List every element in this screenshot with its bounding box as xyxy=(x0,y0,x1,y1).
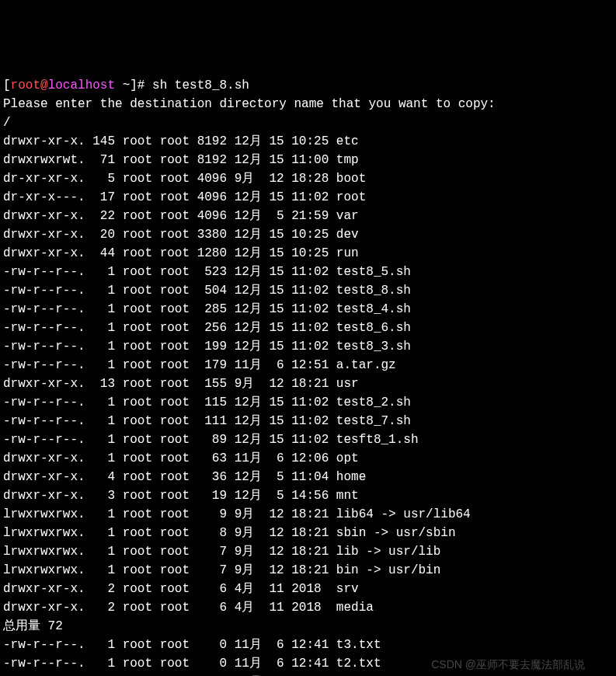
table-row: -rw-r--r--. 1 root root 179 11月 6 12:51 … xyxy=(3,356,613,375)
table-row: drwxr-xr-x. 44 root root 1280 12月 15 10:… xyxy=(3,244,613,263)
prompt-bracket-open: [ xyxy=(3,78,11,92)
table-row: drwxr-xr-x. 22 root root 4096 12月 5 21:5… xyxy=(3,207,613,225)
table-row: -rw-r--r--. 1 root root 0 11月 6 12:41 t3… xyxy=(3,636,613,654)
watermark: CSDN @巫师不要去魔法部乱说 xyxy=(431,657,585,673)
table-row: -rw-r--r--. 1 root root 523 12月 15 11:02… xyxy=(3,263,613,281)
table-row: -rw-r--r--. 1 root root 89 12月 15 11:02 … xyxy=(3,430,613,449)
table-row: lrwxrwxrwx. 1 root root 7 9月 12 18:21 bi… xyxy=(3,561,613,580)
table-row: drwxr-xr-x. 13 root root 155 9月 12 18:21… xyxy=(3,375,613,393)
table-row: -rw-r--r--. 1 root root 256 12月 15 11:02… xyxy=(3,319,613,337)
script-input: / xyxy=(3,113,613,132)
table-row: -rw-r--r--. 1 root root 504 12月 15 11:02… xyxy=(3,281,613,300)
prompt-hostname: localhost xyxy=(48,78,115,92)
table-row: -rw-r--r--. 1 root root 111 12月 15 11:02… xyxy=(3,412,613,430)
table-row: -rw-r--r--. 1 root root 115 12月 15 11:02… xyxy=(3,393,613,412)
table-row: lrwxrwxrwx. 1 root root 9 9月 12 18:21 li… xyxy=(3,505,613,524)
table-row: drwxrwxrwt. 71 root root 8192 12月 15 11:… xyxy=(3,151,613,169)
table-row: drwxr-xr-x. 20 root root 3380 12月 15 10:… xyxy=(3,225,613,244)
terminal-output[interactable]: [root@localhost ~]# sh test8_8.shPlease … xyxy=(0,75,616,676)
table-row: -rw-r--r--. 1 root root 285 12月 15 11:02… xyxy=(3,300,613,319)
prompt-path: ~ xyxy=(115,78,130,92)
table-row: -rw-r--r--. 1 root root 199 12月 15 11:02… xyxy=(3,337,613,356)
table-row: drwxr-xr-x. 2 root root 6 4月 11 2018 med… xyxy=(3,598,613,617)
table-row: dr-xr-x---. 17 root root 4096 12月 15 11:… xyxy=(3,188,613,207)
table-row: drwxr-xr-x. 4 root root 36 12月 5 11:04 h… xyxy=(3,468,613,486)
total-line: 总用量 72 xyxy=(3,617,613,636)
file-listing-1: drwxr-xr-x. 145 root root 8192 12月 15 10… xyxy=(3,132,613,617)
table-row: drwxr-xr-x. 145 root root 8192 12月 15 10… xyxy=(3,132,613,151)
prompt-bracket-close: ]# xyxy=(130,78,152,92)
table-row: drwxr-xr-x. 3 root root 19 12月 5 14:56 m… xyxy=(3,486,613,505)
table-row: lrwxrwxrwx. 1 root root 7 9月 12 18:21 li… xyxy=(3,542,613,561)
prompt-user: root@ xyxy=(11,78,48,92)
prompt-command: sh test8_8.sh xyxy=(152,78,249,92)
table-row: dr-xr-xr-x. 5 root root 4096 9月 12 18:28… xyxy=(3,169,613,188)
prompt-line: [root@localhost ~]# sh test8_8.sh xyxy=(3,76,613,95)
table-row: lrwxrwxrwx. 1 root root 8 9月 12 18:21 sb… xyxy=(3,524,613,542)
table-row: drwxr-xr-x. 1 root root 63 11月 6 12:06 o… xyxy=(3,449,613,468)
script-prompt-text: Please enter the destination directory n… xyxy=(3,95,613,113)
table-row: -rw-r--r--. 1 root root 0 11月 6 12:41 t1… xyxy=(3,673,613,676)
table-row: drwxr-xr-x. 2 root root 6 4月 11 2018 srv xyxy=(3,580,613,598)
